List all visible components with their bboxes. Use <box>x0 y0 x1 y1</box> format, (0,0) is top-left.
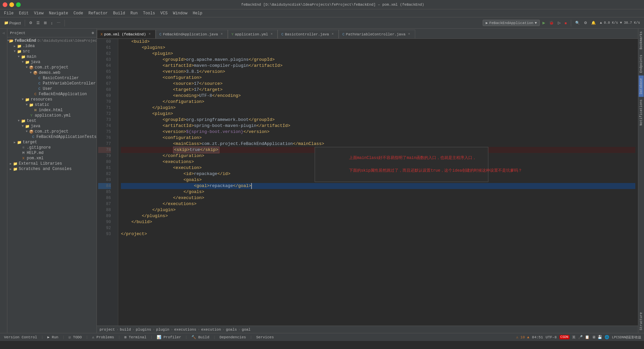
tree-item-com-zt-test[interactable]: ▼ 📦 com.zt.project <box>7 129 97 134</box>
menu-window[interactable]: Window <box>170 10 190 16</box>
menu-code[interactable]: Code <box>71 10 86 16</box>
breadcrumb-goals[interactable]: goals <box>226 328 237 332</box>
tree-item-basic-controller[interactable]: ▶ C BasicController <box>7 75 97 81</box>
run-with-coverage-button[interactable]: ▷ <box>556 20 562 26</box>
tab-basic-controller[interactable]: C BasicController.java × <box>278 30 339 38</box>
stop-button[interactable]: ■ <box>563 20 568 26</box>
close-button[interactable] <box>3 2 7 7</box>
code-line-91 <box>121 225 635 231</box>
run-button[interactable]: ▶ <box>541 20 546 26</box>
code-line-84: <goal>repackage</goal> <box>121 183 635 189</box>
tree-item-febackend-tests[interactable]: ▶ C FeBackEndApplicationTests <box>7 134 97 140</box>
pom-xml-tab-close[interactable]: × <box>147 32 152 37</box>
tree-item-target[interactable]: ▶ 📁 target <box>7 140 97 145</box>
bookmarks-panel-tab[interactable]: Bookmarks <box>639 29 644 52</box>
tree-item-test[interactable]: ▼ 📁 test <box>7 118 97 124</box>
menu-vcs[interactable]: VCS <box>158 10 170 16</box>
sidebar-settings-icon[interactable]: ⚙ <box>92 31 94 35</box>
endpoints-panel-tab[interactable]: Endpoints <box>639 52 644 75</box>
maximize-button[interactable] <box>16 2 21 7</box>
menu-build[interactable]: Build <box>110 10 128 16</box>
breadcrumb-plugin[interactable]: plugin <box>156 328 169 332</box>
database-panel-tab[interactable]: Database <box>639 75 644 97</box>
code-content[interactable]: <build> <plugins> <plugin> <groupId>org.… <box>118 39 638 326</box>
editor[interactable]: 60 61 62 63 64 65 66 67 68 69 70 71 72 7… <box>97 39 638 326</box>
tree-item-external-libs[interactable]: ▶ 📁 External Libraries <box>7 161 97 166</box>
breadcrumb-execution[interactable]: execution <box>201 328 221 332</box>
settings-btn[interactable]: ⚙ <box>28 20 34 26</box>
breadcrumb-build[interactable]: build <box>120 328 131 332</box>
tree-item-febackend[interactable]: ▼ 📂 feBackEnd D:\BaiduSyncdisk\IdeaProje… <box>7 38 97 43</box>
tree-item-com-zt-project[interactable]: ▼ 📦 com.zt.project <box>7 65 97 70</box>
breadcrumb-goal[interactable]: goal <box>242 328 251 332</box>
code-line-74: <artifactId>spring-boot-maven-plugin</ar… <box>121 123 635 129</box>
tree-item-resources[interactable]: ▼ 📁 resources <box>7 97 97 102</box>
profiler-btn[interactable]: 📊 Profiler <box>155 335 182 339</box>
minimize-button[interactable] <box>9 2 14 7</box>
tree-item-help-md[interactable]: ▶ M HELP.md <box>7 150 97 156</box>
tree-item-java-test[interactable]: ▼ 📁 java <box>7 124 97 129</box>
tab-application-yml[interactable]: Y application.yml × <box>228 30 278 38</box>
build-btn[interactable]: 🔨 Build <box>190 335 211 339</box>
notifications-panel-tab[interactable]: Notifications <box>639 97 644 128</box>
debug-button[interactable]: 🐞 <box>548 20 555 26</box>
version-control-btn[interactable]: Version Control <box>3 335 38 339</box>
code-line-93 <box>121 237 635 243</box>
menu-view[interactable]: View <box>31 10 46 16</box>
terminal-btn[interactable]: ⊞ Terminal <box>123 335 148 339</box>
list-btn[interactable]: ☰ <box>35 20 41 26</box>
tree-item-static[interactable]: ▼ 📁 static <box>7 102 97 108</box>
sort-btn[interactable]: ↕ <box>49 20 54 26</box>
todo-btn[interactable]: ☑ TODO <box>67 335 83 339</box>
problems-btn[interactable]: ⚠ Problems <box>91 335 116 339</box>
menu-tools[interactable]: Tools <box>140 10 158 16</box>
tab-febackend-app[interactable]: C FeBackEndApplication.java × <box>156 30 228 38</box>
tree-item-idea[interactable]: ▶ 📁 .idea <box>7 43 97 49</box>
application-yml-tab-close[interactable]: × <box>269 32 274 37</box>
window-controls[interactable] <box>3 2 21 7</box>
tree-item-gitignore[interactable]: ▶ ≡ .gitignore <box>7 145 97 150</box>
tree-item-path-variable-controller[interactable]: ▶ C PathVariableController <box>7 81 97 86</box>
menu-edit[interactable]: Edit <box>16 10 31 16</box>
path-variable-controller-tab-close[interactable]: × <box>407 32 412 37</box>
menu-navigate[interactable]: Navigate <box>46 10 71 16</box>
run-btn[interactable]: ▶ Run <box>46 335 60 339</box>
breadcrumb-executions[interactable]: executions <box>174 328 196 332</box>
notifications-button[interactable]: 🔔 <box>590 20 597 26</box>
search-everywhere-button[interactable]: 🔍 <box>574 20 581 26</box>
tree-item-scratches[interactable]: ▶ 📁 Scratches and Consoles <box>7 166 97 172</box>
project-button[interactable]: 📁 Project <box>3 20 22 26</box>
menu-file[interactable]: File <box>1 10 16 16</box>
tree-item-user[interactable]: ▶ C User <box>7 86 97 92</box>
structure-panel-tab[interactable]: Structure <box>639 310 644 333</box>
left-panel-toggle[interactable]: ◁ <box>1 30 7 36</box>
tree-item-pom-xml[interactable]: ▶ X pom.xml <box>7 156 97 161</box>
menu-refactor[interactable]: Refactor <box>86 10 111 16</box>
settings-gear-button[interactable]: ⚙ <box>583 20 589 26</box>
tree-item-application-yml[interactable]: ▶ Y application.yml <box>7 113 97 118</box>
menu-run[interactable]: Run <box>128 10 140 16</box>
tree-item-java[interactable]: ▼ 📁 java <box>7 59 97 65</box>
tree-item-febackend-application[interactable]: ▶ C FeBackEndApplication <box>7 92 97 97</box>
tab-path-variable-controller[interactable]: C PathVariableController.java × <box>339 30 415 38</box>
profiler-icon: 📊 <box>157 335 161 339</box>
tree-item-demos-web[interactable]: ▼ 📦 demos.web <box>7 70 97 75</box>
tab-pom-xml[interactable]: X pom.xml (feBackEnd) × <box>97 30 156 38</box>
dependencies-btn[interactable]: Dependencies <box>218 335 247 339</box>
tree-arrow-static: ▼ <box>25 103 29 107</box>
expand-btn[interactable]: ⋯ <box>55 20 62 26</box>
tree-item-src[interactable]: ▼ 📁 src <box>7 49 97 54</box>
services-btn[interactable]: Services <box>255 335 275 339</box>
febackend-app-tab-close[interactable]: × <box>219 32 224 37</box>
breadcrumb-project[interactable]: project <box>100 328 115 332</box>
run-btn-label: Run <box>52 335 58 339</box>
breadcrumb-plugins[interactable]: plugins <box>136 328 151 332</box>
tree-item-main[interactable]: ▼ 📁 main <box>7 54 97 59</box>
run-config-selector[interactable]: ▶ FeBackEndApplication ▼ <box>483 20 540 26</box>
tree-item-index-html[interactable]: ▶ H index.html <box>7 108 97 113</box>
menu-help[interactable]: Help <box>190 10 205 16</box>
services-label: Services <box>256 335 274 339</box>
tree-arrow-java-test: ▼ <box>21 125 25 128</box>
basic-controller-tab-close[interactable]: × <box>330 32 335 37</box>
filter-btn[interactable]: ⊞ <box>42 20 48 26</box>
